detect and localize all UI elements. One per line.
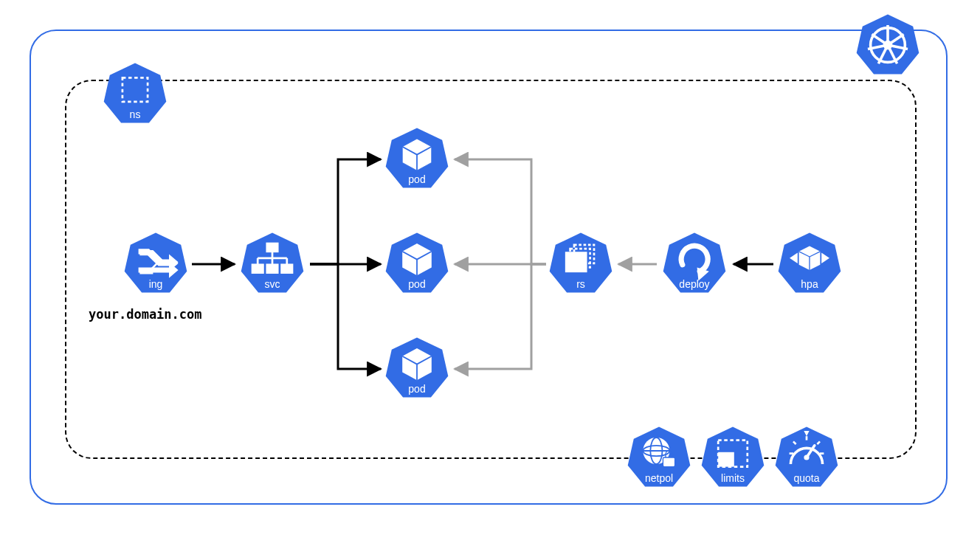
node-deploy: deploy [661, 230, 728, 297]
service-icon [239, 230, 306, 297]
pod-icon [384, 230, 450, 297]
hpa-icon [776, 230, 843, 297]
node-quota: quota [773, 424, 840, 491]
svg-rect-28 [252, 265, 263, 273]
diagram-canvas: ns ing your.domain.com [0, 0, 980, 546]
node-rs: rs [548, 230, 614, 297]
namespace-icon [102, 61, 168, 127]
kubernetes-cluster-icon [855, 12, 921, 78]
replicaset-icon [548, 230, 614, 297]
limitrange-icon [700, 424, 766, 491]
node-ns: ns [102, 61, 168, 127]
ingress-domain-caption: your.domain.com [89, 307, 202, 322]
node-pod-3: pod [384, 335, 450, 401]
svg-rect-69 [718, 452, 734, 467]
svg-marker-50 [663, 233, 726, 293]
pod-icon [384, 335, 450, 401]
node-pod-2: pod [384, 230, 450, 297]
pod-icon [384, 125, 450, 192]
svg-marker-15 [104, 63, 167, 123]
svg-rect-66 [663, 457, 674, 467]
svg-rect-29 [267, 265, 277, 273]
node-ing: ing [122, 230, 189, 297]
node-limits: limits [700, 424, 766, 491]
deployment-icon [661, 230, 728, 297]
node-svc: svc [239, 230, 306, 297]
svg-rect-30 [282, 265, 292, 273]
node-hpa: hpa [776, 230, 843, 297]
svg-rect-22 [267, 243, 277, 252]
svg-point-77 [804, 455, 809, 460]
svg-rect-49 [566, 253, 586, 272]
ingress-icon [122, 230, 189, 297]
node-pod-1: pod [384, 125, 450, 192]
node-netpol: netpol [626, 424, 692, 491]
resourcequota-icon [773, 424, 840, 491]
networkpolicy-icon [626, 424, 692, 491]
